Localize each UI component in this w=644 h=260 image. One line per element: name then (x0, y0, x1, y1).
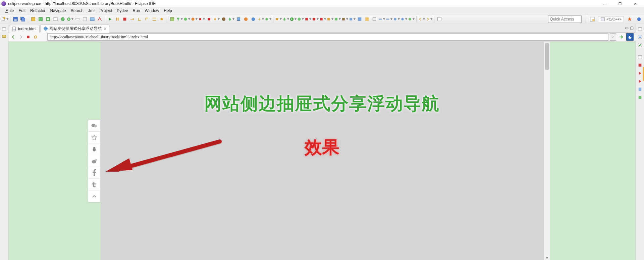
menu-pydev[interactable]: Pydev (115, 8, 130, 13)
toolbar-btn-27[interactable] (312, 16, 319, 23)
toolbar-btn-3[interactable] (45, 16, 51, 23)
toolbar-step-3[interactable] (144, 16, 150, 23)
toolbar-btn-23[interactable] (265, 16, 271, 23)
toolbar-btn-34[interactable] (364, 16, 370, 23)
toolbar-btn-38[interactable] (393, 16, 400, 23)
toolbar-btn-10[interactable] (96, 16, 103, 23)
red-play-icon-1[interactable] (637, 71, 643, 76)
green-square-icon[interactable] (637, 95, 643, 100)
scroll-thumb[interactable] (545, 43, 549, 70)
toolbar-play-1[interactable] (107, 16, 113, 23)
toolbar-btn-11[interactable] (169, 16, 175, 23)
toolbar-btn-37[interactable] (386, 16, 392, 23)
restore-view-icon[interactable] (1, 26, 7, 32)
breakpoints-restore-icon[interactable] (637, 54, 643, 60)
scroll-down-icon[interactable]: ▼ (544, 255, 550, 260)
menu-window[interactable]: Window (143, 8, 161, 13)
share-qq-button[interactable] (88, 143, 100, 155)
browser-go-button[interactable] (618, 33, 625, 41)
menu-refactor[interactable]: Refactor (28, 8, 47, 13)
toolbar-btn-41[interactable] (436, 16, 443, 23)
url-input[interactable]: http://localhost:8080/JsSchoolLibraryBoo… (47, 33, 608, 41)
menu-project[interactable]: Project (98, 8, 114, 13)
share-collapse-button[interactable] (88, 190, 100, 202)
maximize-view-icon[interactable]: ▢ (630, 26, 634, 30)
toolbar-btn-22[interactable] (257, 16, 264, 23)
outline-view-icon[interactable] (637, 34, 643, 40)
tab-browser-page[interactable]: 网站左侧抽屉式分享浮动导航 ✕ (40, 25, 109, 33)
toolbar-btn-18[interactable] (220, 16, 227, 23)
minimize-button[interactable]: — (597, 0, 612, 7)
toolbar-bug-2[interactable] (282, 16, 289, 23)
task-view-icon[interactable] (637, 42, 643, 48)
toolbar-btn-21[interactable] (250, 16, 257, 23)
toolbar-btn-24[interactable] (275, 16, 282, 23)
menu-file[interactable]: File (1, 8, 16, 13)
share-favorite-button[interactable] (88, 132, 100, 143)
toolbar-btn-7[interactable] (74, 16, 81, 23)
quick-access-input[interactable] (548, 15, 582, 23)
share-facebook-button[interactable] (88, 167, 100, 179)
vertical-scrollbar[interactable]: ▲ ▼ (544, 42, 550, 260)
menu-run[interactable]: Run (131, 8, 142, 13)
close-window-button[interactable]: ✕ (628, 0, 643, 7)
menu-jmr[interactable]: Jmr (86, 8, 97, 13)
toolbar-step-1[interactable] (129, 16, 136, 23)
toolbar-btn-36[interactable] (378, 16, 385, 23)
perspective-btn-2[interactable] (636, 16, 642, 23)
toolbar-btn-12[interactable] (176, 16, 183, 23)
browser-stop-button[interactable] (25, 34, 31, 40)
toolbar-btn-19[interactable] (235, 16, 242, 23)
toolbar-btn-15[interactable] (198, 16, 205, 23)
perspective-switch[interactable]: <C/C++> (598, 16, 624, 22)
toolbar-btn-20[interactable] (243, 16, 249, 23)
toolbar-btn-33[interactable] (356, 16, 363, 23)
toolbar-btn-6[interactable] (67, 16, 73, 23)
toolbar-forward[interactable] (426, 16, 432, 23)
browser-forward-button[interactable] (18, 34, 24, 40)
toolbar-run[interactable] (290, 16, 297, 23)
toolbar-stop[interactable] (121, 16, 128, 23)
new-button[interactable] (2, 16, 8, 23)
toolbar-btn-29[interactable] (327, 16, 333, 23)
variables-view-icon[interactable] (1, 34, 7, 39)
tab-close-icon[interactable]: ✕ (104, 27, 106, 31)
maximize-button[interactable]: ❐ (612, 0, 628, 7)
toolbar-btn-16[interactable] (206, 16, 212, 23)
toolbar-btn-14[interactable] (191, 16, 198, 23)
save-button[interactable] (12, 16, 19, 23)
toolbar-btn-13[interactable] (183, 16, 190, 23)
toolbar-btn-1[interactable] (30, 16, 37, 23)
toolbar-btn-30[interactable] (334, 16, 341, 23)
toolbar-step-4[interactable] (151, 16, 158, 23)
open-perspective-button[interactable] (589, 16, 596, 23)
toolbar-step-2[interactable] (136, 16, 143, 23)
browser-back-button[interactable] (10, 34, 16, 40)
toolbar-btn-35[interactable] (371, 16, 378, 23)
url-dropdown[interactable] (610, 33, 616, 41)
toolbar-btn-5[interactable] (59, 16, 66, 23)
toolbar-btn-4[interactable] (52, 16, 59, 23)
menu-search[interactable]: Search (69, 8, 86, 13)
perspective-btn-1[interactable] (626, 16, 633, 23)
minimize-view-icon[interactable]: ▭ (625, 26, 629, 30)
menu-help[interactable]: Help (162, 8, 174, 13)
toolbar-bug-1[interactable] (228, 16, 234, 23)
red-square-icon[interactable] (637, 62, 643, 68)
toolbar-pause[interactable] (114, 16, 121, 23)
share-wechat-button[interactable] (88, 120, 100, 132)
menu-edit[interactable]: Edit (16, 8, 28, 13)
toolbar-btn-39[interactable] (400, 16, 407, 23)
toolbar-btn-17[interactable] (213, 16, 220, 23)
toolbar-btn-8[interactable] (82, 16, 88, 23)
toolbar-btn-32[interactable] (349, 16, 356, 23)
toolbar-back[interactable] (418, 16, 425, 23)
menu-navigate[interactable]: Navigate (48, 8, 68, 13)
toolbar-step-5[interactable] (158, 16, 165, 23)
share-twitter-button[interactable] (88, 179, 100, 190)
red-play-icon-2[interactable] (637, 79, 643, 84)
browser-ie-icon[interactable] (626, 33, 634, 41)
share-weibo-button[interactable] (88, 155, 100, 167)
toolbar-btn-9[interactable] (89, 16, 96, 23)
save-all-button[interactable] (19, 16, 26, 23)
